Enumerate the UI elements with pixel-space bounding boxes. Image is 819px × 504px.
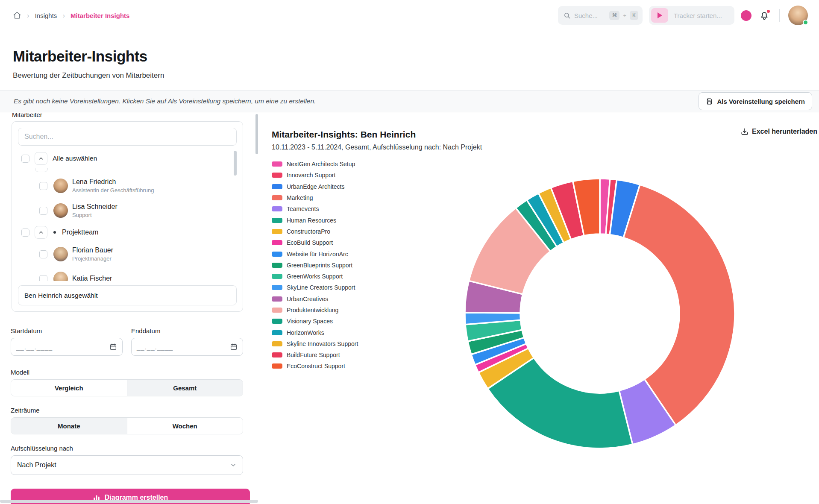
play-icon[interactable]	[651, 8, 668, 23]
model-group: Modell VergleichGesamt	[11, 369, 243, 396]
legend-label: EcoBuild Support	[287, 239, 333, 246]
legend-swatch	[272, 184, 282, 189]
period-option-wochen[interactable]: Wochen	[127, 418, 243, 434]
date-range: Startdatum __.__.____ Enddatum __.__.___…	[11, 327, 243, 356]
employee-checkbox[interactable]	[39, 182, 47, 190]
legend-swatch	[272, 195, 282, 200]
employee-role: Support	[72, 212, 117, 218]
legend-swatch	[272, 285, 282, 290]
employee-row[interactable]: Katja Fischer	[18, 267, 237, 281]
legend-label: Skyline Innovators Support	[287, 340, 358, 347]
save-preset-label: Als Voreinstellung speichern	[717, 98, 805, 105]
employee-search-input[interactable]	[18, 128, 237, 146]
model-label: Modell	[11, 369, 243, 376]
legend-label: EcoConstruct Support	[287, 363, 345, 369]
filters-sidebar: Mitarbeiter Alle auswählen Lena Friedric…	[11, 112, 250, 504]
legend-label: Teamevents	[287, 205, 319, 212]
horizontal-scrollbar-thumb[interactable]	[0, 500, 258, 503]
model-option-gesamt[interactable]: Gesamt	[127, 380, 243, 396]
download-excel-link[interactable]: Excel herunterladen	[741, 128, 817, 135]
employee-name: Lisa Schneider	[72, 203, 117, 211]
legend-label: NextGen Architects Setup	[287, 161, 355, 167]
legend-swatch	[272, 296, 282, 302]
legend-label: HorizonWorks	[287, 329, 324, 336]
employee-row[interactable]: Lisa SchneiderSupport	[18, 198, 237, 223]
employee-name: Lena Friedrich	[72, 178, 154, 186]
legend-label: BuildFuture Support	[287, 352, 340, 358]
shortcut-cmd-key: ⌘	[609, 11, 619, 20]
legend-label: Marketing	[287, 194, 313, 201]
breadcrumb-current[interactable]: Mitarbeiter Insights	[70, 12, 129, 19]
legend-swatch	[272, 206, 282, 211]
employee-checkbox[interactable]	[39, 207, 47, 215]
group-checkbox[interactable]	[21, 229, 29, 237]
legend-swatch	[272, 218, 282, 223]
legend-swatch	[272, 308, 282, 313]
employee-checkbox[interactable]	[39, 250, 47, 258]
employee-row[interactable]: Florian BauerProjektmanager	[18, 242, 237, 267]
legend-swatch	[272, 341, 282, 346]
calendar-icon[interactable]	[109, 343, 117, 351]
breadcrumb: › Insights › Mitarbeiter Insights	[13, 11, 129, 20]
end-date-placeholder: __.__.____	[137, 343, 173, 351]
select-all-row[interactable]: Alle auswählen	[18, 149, 237, 168]
legend-swatch	[272, 173, 282, 178]
donut-chart	[450, 164, 749, 463]
end-date-input[interactable]: __.__.____	[131, 338, 243, 356]
employee-row[interactable]: Lena FriedrichAssistentin der Geschäftsf…	[18, 173, 237, 198]
page-head: Mitarbeiter-Insights Bewertung der Zeitb…	[0, 31, 819, 80]
report-title: Mitarbeiter-Insights: Ben Heinrich	[272, 129, 819, 140]
list-scrollbar-thumb[interactable]	[234, 151, 237, 176]
breadcrumb-insights[interactable]: Insights	[35, 12, 57, 19]
legend-swatch	[272, 263, 282, 268]
save-preset-button[interactable]: Als Voreinstellung speichern	[699, 92, 812, 110]
tracker-start-button[interactable]: Tracker starten...	[649, 6, 734, 25]
period-option-monate[interactable]: Monate	[11, 418, 127, 434]
collapse-group-button[interactable]	[35, 226, 47, 239]
employee-list: Alle auswählen Lena FriedrichAssistentin…	[18, 149, 237, 281]
collapse-group-button[interactable]	[35, 168, 48, 172]
legend-label: Innovarch Support	[287, 172, 335, 179]
collapse-all-button[interactable]	[35, 152, 47, 165]
download-icon	[741, 128, 749, 135]
preset-notice-text: Es gibt noch keine Voreinstellungen. Kli…	[14, 97, 316, 105]
period-segmented-control: MonateWochen	[11, 417, 243, 434]
legend-label: UrbanCreatives	[287, 296, 328, 302]
legend-label: GreenBlueprints Support	[287, 262, 352, 269]
legend-swatch	[272, 252, 282, 257]
start-date-input[interactable]: __.__.____	[11, 338, 123, 356]
employee-picker-panel: Alle auswählen Lena FriedrichAssistentin…	[12, 121, 243, 312]
preset-notice-bar: Es gibt noch keine Voreinstellungen. Kli…	[0, 90, 819, 112]
notification-badge	[766, 9, 771, 14]
select-all-checkbox[interactable]	[21, 155, 29, 163]
search-placeholder: Suche...	[574, 12, 606, 19]
scrolled-row-fragment	[18, 168, 237, 173]
group-row[interactable]: Projektteam	[18, 223, 237, 242]
employee-section-label: Mitarbeiter	[12, 113, 250, 119]
period-label: Zeiträume	[11, 407, 243, 414]
group-label: Projektteam	[62, 229, 98, 236]
record-indicator[interactable]	[741, 10, 751, 21]
legend-label: Produktentwicklung	[287, 307, 338, 314]
calendar-icon[interactable]	[230, 343, 238, 351]
legend-label: Visionary Spaces	[287, 318, 333, 325]
breakdown-select[interactable]: Nach Projekt	[11, 455, 243, 475]
employee-avatar	[53, 203, 68, 218]
breadcrumb-separator: ›	[27, 12, 29, 19]
start-date-placeholder: __.__.____	[16, 343, 53, 351]
home-icon[interactable]	[13, 11, 21, 20]
employee-checkbox[interactable]	[39, 275, 47, 281]
chevron-down-icon	[230, 462, 237, 469]
legend-swatch	[272, 319, 282, 324]
global-search[interactable]: Suche... ⌘ + K	[558, 6, 643, 25]
selected-employee-info: Ben Heinrich ausgewählt	[18, 285, 237, 305]
legend-label: Website für HorizonArc	[287, 251, 348, 258]
model-option-vergleich[interactable]: Vergleich	[11, 380, 127, 396]
page-subtitle: Bewertung der Zeitbuchungen von Mitarbei…	[13, 71, 806, 80]
breadcrumb-separator: ›	[62, 12, 65, 19]
model-segmented-control: VergleichGesamt	[11, 379, 243, 396]
end-date-label: Enddatum	[131, 327, 243, 334]
legend-swatch	[272, 240, 282, 245]
notifications-button[interactable]	[758, 9, 771, 22]
user-avatar[interactable]	[788, 6, 808, 25]
